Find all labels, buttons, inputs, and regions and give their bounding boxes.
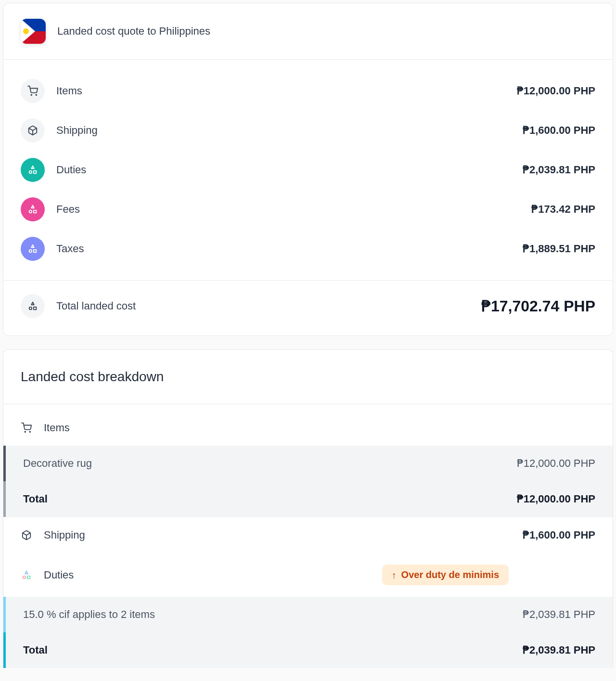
shapes-icon: [21, 158, 45, 182]
shapes-icon: [21, 197, 45, 221]
svg-point-3: [29, 171, 32, 174]
breakdown-items-total-label: Total: [23, 493, 48, 505]
summary-shipping-value: ₱1,600.00 PHP: [523, 124, 595, 137]
breakdown-items-head: Items: [3, 410, 613, 446]
summary-footer: Total landed cost ₱17,702.74 PHP: [3, 280, 613, 335]
flag-philippines-icon: [21, 19, 46, 44]
svg-point-12: [29, 431, 30, 432]
summary-header: Landed cost quote to Philippines: [3, 3, 613, 60]
breakdown-item-name: Decorative rug: [23, 457, 92, 470]
summary-card: Landed cost quote to Philippines Items ₱…: [3, 3, 613, 336]
de-minimis-badge-text: Over duty de minimis: [401, 569, 499, 580]
svg-point-14: [23, 576, 26, 578]
arrow-up-icon: ↑: [392, 570, 397, 580]
summary-title: Landed cost quote to Philippines: [57, 25, 210, 38]
breakdown-items-total-value: ₱12,000.00 PHP: [517, 493, 595, 505]
summary-row-items: Items ₱12,000.00 PHP: [21, 71, 595, 111]
breakdown-duties-label: Duties: [44, 569, 74, 581]
summary-taxes-label: Taxes: [56, 243, 84, 255]
svg-rect-8: [34, 250, 37, 253]
cart-icon: [21, 79, 45, 103]
svg-rect-6: [34, 210, 37, 213]
summary-row-shipping: Shipping ₱1,600.00 PHP: [21, 111, 595, 150]
shapes-icon: [21, 294, 45, 318]
de-minimis-badge: ↑ Over duty de minimis: [382, 565, 509, 585]
summary-items-value: ₱12,000.00 PHP: [517, 85, 595, 97]
svg-rect-15: [27, 576, 30, 578]
svg-point-1: [36, 94, 37, 95]
package-icon: [21, 118, 45, 142]
breakdown-title: Landed cost breakdown: [21, 369, 595, 385]
svg-point-5: [29, 210, 32, 213]
svg-point-11: [25, 431, 26, 432]
svg-rect-10: [34, 307, 37, 310]
breakdown-body: Items Decorative rug ₱12,000.00 PHP Tota…: [3, 404, 613, 668]
summary-duties-label: Duties: [56, 164, 86, 176]
svg-point-0: [31, 94, 32, 95]
summary-row-fees: Fees ₱173.42 PHP: [21, 190, 595, 229]
summary-shipping-label: Shipping: [56, 124, 98, 137]
summary-row-taxes: Taxes ₱1,889.51 PHP: [21, 229, 595, 269]
breakdown-items-total-row: Total ₱12,000.00 PHP: [3, 481, 613, 517]
breakdown-item-row: Decorative rug ₱12,000.00 PHP: [3, 446, 613, 481]
breakdown-duty-value: ₱2,039.81 PHP: [523, 608, 595, 621]
shapes-icon: [21, 237, 45, 261]
breakdown-duty-row: 15.0 % cif applies to 2 items ₱2,039.81 …: [3, 597, 613, 632]
breakdown-duties-total-label: Total: [23, 644, 48, 656]
breakdown-item-value: ₱12,000.00 PHP: [517, 457, 595, 470]
summary-duties-value: ₱2,039.81 PHP: [523, 164, 595, 176]
svg-point-7: [29, 250, 32, 253]
shapes-icon: [21, 569, 32, 581]
breakdown-header: Landed cost breakdown: [3, 350, 613, 404]
summary-total-label: Total landed cost: [56, 300, 136, 312]
breakdown-card: Landed cost breakdown Items Decorative r…: [3, 349, 613, 668]
breakdown-shipping-label: Shipping: [44, 529, 85, 541]
summary-items-label: Items: [56, 85, 82, 97]
breakdown-items-label: Items: [44, 422, 70, 434]
breakdown-shipping-row: Shipping ₱1,600.00 PHP: [3, 517, 613, 553]
package-icon: [21, 529, 32, 541]
summary-row-duties: Duties ₱2,039.81 PHP: [21, 150, 595, 190]
cart-icon: [21, 422, 32, 434]
breakdown-shipping-value: ₱1,600.00 PHP: [523, 529, 595, 541]
svg-rect-4: [34, 171, 37, 174]
summary-fees-value: ₱173.42 PHP: [531, 203, 595, 216]
breakdown-duties-total-row: Total ₱2,039.81 PHP: [3, 632, 613, 668]
breakdown-duties-head: Duties ↑ Over duty de minimis: [3, 553, 613, 597]
summary-body: Items ₱12,000.00 PHP Shipping ₱1,600.00 …: [3, 60, 613, 280]
breakdown-duty-name: 15.0 % cif applies to 2 items: [23, 608, 155, 621]
summary-fees-label: Fees: [56, 203, 80, 216]
summary-total-value: ₱17,702.74 PHP: [481, 297, 595, 315]
breakdown-duties-total-value: ₱2,039.81 PHP: [523, 644, 595, 656]
svg-point-9: [29, 307, 32, 310]
summary-taxes-value: ₱1,889.51 PHP: [523, 243, 595, 255]
